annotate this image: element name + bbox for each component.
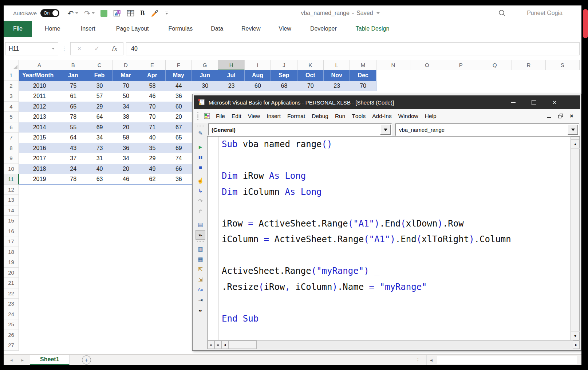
cell-A2[interactable]: 2010	[19, 81, 60, 91]
column-header-G[interactable]: G	[192, 60, 218, 70]
cell-G1[interactable]: Jun	[192, 70, 218, 81]
column-header-E[interactable]: E	[139, 60, 165, 70]
cell-F1[interactable]: May	[166, 70, 192, 81]
toolbar-grip-icon[interactable]	[197, 126, 204, 126]
row-header-19[interactable]: 19	[4, 257, 19, 268]
cell-B5[interactable]: 78	[60, 112, 86, 122]
column-header-N[interactable]: N	[376, 60, 410, 70]
cell-K1[interactable]: Oct	[297, 70, 324, 81]
column-header-C[interactable]: C	[86, 60, 113, 70]
table-button[interactable]	[125, 8, 137, 19]
cell-D7[interactable]: 58	[113, 133, 139, 143]
cell-C7[interactable]: 34	[86, 133, 113, 143]
cell-F2[interactable]: 44	[166, 81, 192, 91]
menu-item-file[interactable]: File	[213, 109, 228, 123]
code-editor[interactable]: Sub vba_named_range() Dim iRow As LongDi…	[218, 137, 571, 340]
cell-B10[interactable]: 24	[60, 164, 86, 174]
code-line[interactable]: Dim iColumn As Long	[222, 184, 571, 200]
cell-E1[interactable]: Apr	[139, 70, 165, 81]
cell-C9[interactable]: 31	[86, 153, 113, 164]
row-header-24[interactable]: 24	[4, 309, 19, 320]
cell-C1[interactable]: Feb	[86, 70, 113, 81]
cell-M1[interactable]: Dec	[350, 70, 376, 81]
scrollbar-track[interactable]	[257, 341, 573, 349]
row-header-7[interactable]: 7	[4, 133, 19, 143]
column-header-D[interactable]: D	[113, 60, 139, 70]
cell-E2[interactable]: 58	[139, 81, 165, 91]
cell-F11[interactable]: 36	[166, 174, 192, 185]
cell-E8[interactable]: 35	[139, 143, 165, 154]
list-constants-icon[interactable]: ▦	[196, 255, 205, 264]
row-header-14[interactable]: 14	[4, 205, 19, 216]
cell-E7[interactable]: 40	[139, 133, 165, 143]
row-header-21[interactable]: 21	[4, 278, 19, 288]
column-header-S[interactable]: S	[546, 60, 580, 70]
dropdown-arrow-button[interactable]	[568, 125, 578, 135]
cell-A7[interactable]: 2015	[19, 133, 60, 143]
sheet-tab-sheet1[interactable]: Sheet1	[30, 355, 69, 365]
user-name[interactable]: Puneet Gogia	[527, 10, 563, 16]
cell-D4[interactable]: 34	[113, 102, 139, 112]
design-mode-icon[interactable]: ✎	[196, 129, 205, 138]
cell-E5[interactable]: 70	[139, 112, 165, 122]
toolbar-grip-icon[interactable]	[197, 241, 204, 242]
cell-F4[interactable]: 60	[166, 102, 192, 112]
code-line[interactable]: iRow = ActiveSheet.Range("A1").End(xlDow…	[222, 216, 571, 232]
cell-E6[interactable]: 71	[139, 122, 165, 133]
ribbon-tab-data[interactable]: Data	[204, 21, 230, 37]
menu-item-window[interactable]: Window	[395, 109, 422, 123]
scrollbar-thumb[interactable]	[437, 356, 577, 364]
prev-sheet-icon[interactable]: ◂	[10, 357, 13, 363]
name-box[interactable]: H11	[5, 42, 58, 55]
cell-B4[interactable]: 65	[60, 102, 86, 112]
cell-G2[interactable]: 30	[192, 81, 218, 91]
formula-input[interactable]: 40	[126, 42, 580, 55]
cell-F8[interactable]: 69	[166, 143, 192, 154]
row-header-25[interactable]: 25	[4, 319, 19, 330]
restore-icon[interactable]	[558, 114, 563, 118]
run-sub-icon[interactable]: ►	[196, 142, 205, 151]
procedure-view-button[interactable]: ≡	[208, 341, 214, 349]
ribbon-tab-insert[interactable]: Insert	[74, 21, 102, 37]
drag-handle-icon[interactable]: ⋮	[62, 46, 67, 52]
menu-item-run[interactable]: Run	[332, 109, 348, 123]
cell-D11[interactable]: 46	[113, 174, 139, 185]
cell-B11[interactable]: 78	[60, 174, 86, 185]
redo-button[interactable]: ↷	[82, 8, 97, 19]
ribbon-tab-developer[interactable]: Developer	[303, 21, 344, 37]
scroll-up-button[interactable]: ▲	[571, 140, 580, 148]
column-header-L[interactable]: L	[324, 60, 350, 70]
row-header-6[interactable]: 6	[4, 122, 19, 133]
cell-C8[interactable]: 73	[86, 143, 113, 154]
complete-word-icon[interactable]: A»	[196, 285, 205, 295]
cell-B1[interactable]: Jan	[60, 70, 86, 81]
code-line[interactable]	[222, 295, 571, 311]
row-header-12[interactable]: 12	[4, 185, 19, 195]
cell-I1[interactable]: Aug	[245, 70, 271, 81]
row-header-10[interactable]: 10	[4, 164, 19, 174]
cell-A1[interactable]: Year/Month	[19, 70, 60, 81]
column-header-B[interactable]: B	[60, 60, 86, 70]
cell-D5[interactable]: 38	[113, 112, 139, 122]
row-header-23[interactable]: 23	[4, 299, 19, 309]
full-module-view-button[interactable]: ≣	[214, 341, 221, 349]
row-header-16[interactable]: 16	[4, 226, 19, 237]
ribbon-tab-formulas[interactable]: Formulas	[162, 21, 200, 37]
object-dropdown[interactable]: (General)	[208, 123, 392, 136]
cell-C6[interactable]: 69	[86, 122, 113, 133]
cell-D10[interactable]: 20	[113, 164, 139, 174]
cell-A11[interactable]: 2019	[19, 174, 60, 185]
menu-item-add-ins[interactable]: Add-Ins	[369, 109, 395, 123]
scrollbar-thumb[interactable]	[571, 149, 580, 331]
cell-K2[interactable]: 70	[297, 81, 324, 91]
cell-D3[interactable]: 50	[113, 91, 139, 102]
row-header-15[interactable]: 15	[4, 216, 19, 226]
code-line[interactable]	[222, 248, 571, 264]
cell-D8[interactable]: 36	[113, 143, 139, 154]
cell-B8[interactable]: 43	[60, 143, 86, 154]
indent-icon[interactable]: ⇥	[196, 295, 205, 305]
cell-B6[interactable]: 55	[60, 122, 86, 133]
row-header-17[interactable]: 17	[4, 236, 19, 247]
code-line[interactable]: .Resize(iRow, iColumn).Name = "myRange"	[222, 279, 571, 295]
cell-F6[interactable]: 67	[166, 122, 192, 133]
